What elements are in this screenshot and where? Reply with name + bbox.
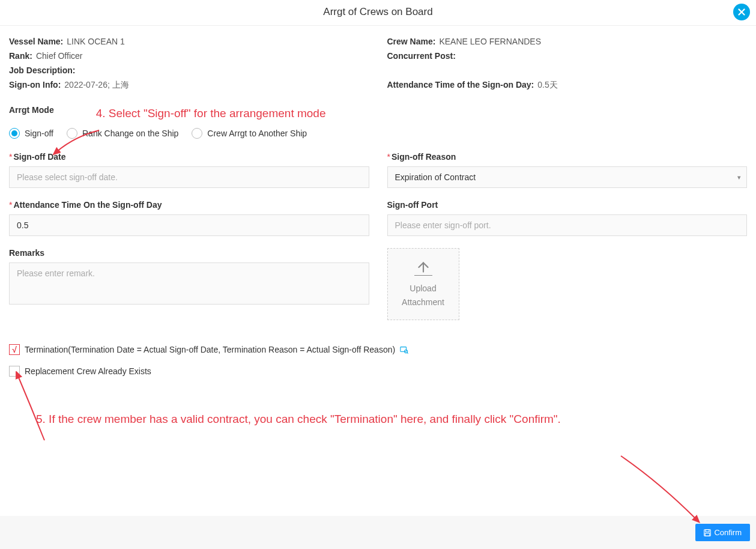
field-remarks: Remarks xyxy=(9,248,369,320)
info-grid: Vessel Name: LINK OCEAN 1 Crew Name: KEA… xyxy=(9,37,747,91)
radio-rank-change-label: Rank Change on the Ship xyxy=(82,129,178,138)
confirm-button-label: Confirm xyxy=(714,528,742,537)
radio-rank-change[interactable]: Rank Change on the Ship xyxy=(67,128,178,139)
info-job-description: Job Description: xyxy=(9,65,369,75)
svg-rect-7 xyxy=(706,529,709,532)
remarks-label: Remarks xyxy=(9,248,369,258)
attendance-signoff-input[interactable] xyxy=(9,214,369,236)
replacement-checkbox[interactable] xyxy=(9,366,20,377)
replacement-checkbox-row: Replacement Crew Already Exists xyxy=(9,366,747,377)
arrgt-mode-radio-group: Sign-off Rank Change on the Ship Crew Ar… xyxy=(9,128,747,139)
svg-rect-8 xyxy=(706,533,710,536)
signoff-date-label: *Sign-off Date xyxy=(9,152,369,162)
annotation-arrow-6 xyxy=(618,453,702,525)
svg-line-5 xyxy=(407,353,408,354)
signoff-port-label: Sign-off Port xyxy=(387,200,748,210)
crew-name-label: Crew Name: xyxy=(387,37,436,46)
info-vessel-name: Vessel Name: LINK OCEAN 1 xyxy=(9,37,369,46)
concurrent-post-label: Concurrent Post: xyxy=(387,51,456,61)
crew-name-value: KEANE LEO FERNANDES xyxy=(439,37,541,46)
field-upload: UploadAttachment xyxy=(387,248,748,320)
job-description-label: Job Description: xyxy=(9,65,75,75)
radio-another-ship-label: Crew Arrgt to Another Ship xyxy=(207,129,307,138)
radio-signoff[interactable]: Sign-off xyxy=(9,128,53,139)
signoff-port-input[interactable] xyxy=(387,214,748,236)
close-icon xyxy=(736,7,747,17)
form-grid: *Sign-off Date *Sign-off Reason Expirati… xyxy=(9,152,747,320)
signoff-date-input[interactable] xyxy=(9,166,369,188)
upload-label: UploadAttachment xyxy=(402,282,444,309)
vessel-name-label: Vessel Name: xyxy=(9,37,63,46)
field-signoff-port: Sign-off Port xyxy=(387,200,748,236)
upload-icon xyxy=(416,259,431,275)
attendance-signon-value: 0.5天 xyxy=(537,80,557,91)
signon-info-label: Sign-on Info: xyxy=(9,80,61,91)
info-rank: Rank: Chief Officer xyxy=(9,51,369,61)
upload-attachment-button[interactable]: UploadAttachment xyxy=(387,248,459,320)
svg-rect-3 xyxy=(401,347,407,352)
replacement-label: Replacement Crew Already Exists xyxy=(25,366,151,376)
close-button[interactable] xyxy=(733,4,750,20)
remarks-input[interactable] xyxy=(9,262,369,305)
info-crew-name: Crew Name: KEANE LEO FERNANDES xyxy=(387,37,748,46)
annotation-step-4: 4. Select "Sign-off" for the arrangement… xyxy=(96,107,326,120)
field-signoff-date: *Sign-off Date xyxy=(9,152,369,188)
radio-icon xyxy=(192,128,202,139)
radio-signoff-label: Sign-off xyxy=(25,129,53,138)
radio-icon xyxy=(9,128,20,139)
signoff-reason-label: *Sign-off Reason xyxy=(387,152,748,162)
radio-another-ship[interactable]: Crew Arrgt to Another Ship xyxy=(192,128,307,139)
signon-info-value: 2022-07-26; 上海 xyxy=(64,80,129,91)
contract-card-icon[interactable] xyxy=(400,345,408,354)
modal-footer: Confirm xyxy=(0,516,756,549)
vessel-name-value: LINK OCEAN 1 xyxy=(67,37,124,46)
termination-label: Termination(Termination Date = Actual Si… xyxy=(25,345,395,354)
attendance-signoff-label: *Attendance Time On the Sign-off Day xyxy=(9,200,369,210)
modal-content: Vessel Name: LINK OCEAN 1 Crew Name: KEA… xyxy=(0,26,756,432)
annotation-step-5: 5. If the crew member has a valid contra… xyxy=(36,413,747,426)
signoff-reason-select[interactable]: Expiration of Contract xyxy=(387,166,748,188)
confirm-button[interactable]: Confirm xyxy=(695,524,750,541)
field-signoff-reason: *Sign-off Reason Expiration of Contract xyxy=(387,152,748,188)
page-title: Arrgt of Crews on Board xyxy=(0,6,756,18)
arrgt-mode-heading: Arrgt Mode xyxy=(9,105,54,115)
arrgt-mode-heading-row: Arrgt Mode 4. Select "Sign-off" for the … xyxy=(9,105,747,122)
save-icon xyxy=(704,529,711,536)
radio-icon xyxy=(67,128,77,139)
field-attendance-signoff: *Attendance Time On the Sign-off Day xyxy=(9,200,369,236)
attendance-signon-label: Attendance Time of the Sign-on Day: xyxy=(387,80,534,91)
termination-checkbox-row: √ Termination(Termination Date = Actual … xyxy=(9,344,747,355)
rank-value: Chief Officer xyxy=(36,51,83,61)
rank-label: Rank: xyxy=(9,51,32,61)
info-signon: Sign-on Info: 2022-07-26; 上海 xyxy=(9,80,369,91)
modal-header: Arrgt of Crews on Board xyxy=(0,0,756,26)
info-attendance-signon: Attendance Time of the Sign-on Day: 0.5天 xyxy=(387,80,748,91)
termination-checkbox[interactable]: √ xyxy=(9,344,20,355)
info-concurrent-post: Concurrent Post: xyxy=(387,51,748,61)
